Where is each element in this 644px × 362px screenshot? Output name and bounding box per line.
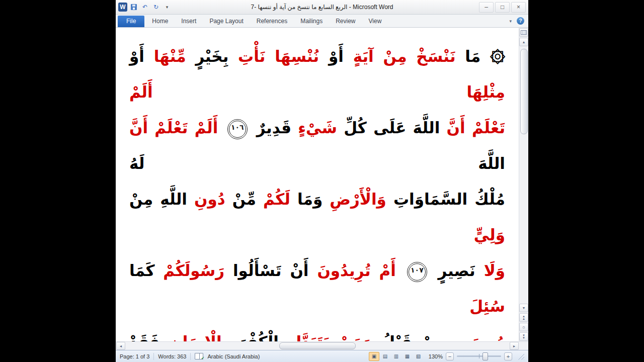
quran-word: وَمَا [297, 190, 323, 208]
scroll-right-button[interactable]: ▸ [510, 342, 519, 350]
zoom-in-button[interactable]: + [504, 352, 512, 360]
document-page[interactable]: ۞ مَا نَنْسَخْ مِنْ آيَةٍ أَوْ نُنْسِهَا… [116, 28, 519, 341]
quran-word: نَنْسَخْ مِنْ آيَةٍ [353, 47, 456, 65]
zoom-slider[interactable] [457, 355, 501, 357]
quran-word: وَمَنْ يَتَبَدَّلِ [288, 333, 372, 341]
window-title: الربع السابع ما ننسخ من آية أو ننسها -7 … [116, 4, 528, 11]
quran-word: بِالْإِيمَانِ [169, 333, 228, 341]
quran-word: أَلَمْ تَعْلَمْ أَنَّ [129, 119, 218, 137]
ribbon-collapse-icon[interactable]: ▾ [509, 19, 512, 24]
view-button-print-layout[interactable]: ▣ [369, 352, 379, 361]
language-indicator[interactable]: Arabic (Saudi Arabia) [207, 353, 260, 359]
letterbox-background: W ↶ ↻ ▾ الربع السابع ما ننسخ من آية أو ن… [0, 0, 644, 362]
double-chevron-down-icon: ▼▼ [522, 334, 525, 339]
view-button-draft[interactable]: ▧ [413, 352, 424, 361]
page-count[interactable]: Page: 1 of 3 [120, 353, 149, 359]
select-browse-object-button[interactable]: ○ [519, 323, 528, 331]
arrow-up-icon: ▴ [523, 40, 525, 44]
quran-word: لَكُمْ [263, 190, 290, 208]
tab-insert[interactable]: Insert [175, 16, 203, 27]
quran-word: بِخَيْرٍ [195, 47, 228, 65]
previous-page-button[interactable]: ▲▲ [519, 313, 528, 322]
divider [153, 353, 154, 360]
vertical-scroll-thumb[interactable] [520, 49, 528, 134]
zoom-out-button[interactable]: − [446, 352, 454, 360]
status-bar: Page: 1 of 3 Words: 363 Arabic (Saudi Ar… [116, 350, 528, 362]
scroll-down-button[interactable]: ▾ [519, 304, 528, 312]
quran-word: رَسُولَكُمْ [163, 261, 224, 280]
undo-icon: ↶ [142, 4, 147, 11]
help-icon[interactable]: ? [517, 17, 524, 25]
tab-file[interactable]: File [118, 16, 144, 27]
quran-word: أَنْ تَسْأَلُوا [233, 261, 309, 280]
quran-word: نَصِيرٍ [438, 261, 475, 280]
document-area: ۞ مَا نَنْسَخْ مِنْ آيَةٍ أَوْ نُنْسِهَا… [116, 28, 528, 341]
scrollbar-corner [519, 342, 528, 350]
undo-button[interactable]: ↶ [140, 3, 149, 12]
ribbon-right-controls: ▾ ? [509, 17, 524, 25]
tab-references[interactable]: References [250, 16, 294, 27]
quran-line: مُلْكُ السَّمَاوَاتِ وَالْأَرْضِ وَمَا ل… [129, 182, 505, 253]
tab-mailings[interactable]: Mailings [294, 16, 329, 27]
quran-word: اللَّهَ عَلَى كُلِّ [344, 119, 440, 137]
save-icon [131, 4, 137, 10]
redo-button[interactable]: ↻ [151, 3, 160, 12]
quran-word: أَوْ [129, 47, 144, 65]
zoom-slider-thumb[interactable] [482, 352, 488, 360]
spellcheck-icon[interactable] [195, 353, 203, 359]
quran-line: تَعْلَمْ أَنَّ اللَّهَ عَلَى كُلِّ شَيْء… [129, 110, 505, 182]
quran-word: مُوسَى [455, 333, 505, 341]
view-button-outline[interactable]: ▦ [402, 352, 413, 361]
vertical-scroll-track[interactable] [520, 47, 528, 303]
word-app-icon[interactable]: W [118, 3, 127, 12]
horizontal-scroll-track[interactable] [126, 342, 509, 349]
quran-word: أَوْ [329, 47, 344, 65]
ruler-toggle-button[interactable] [519, 28, 528, 37]
quick-access-toolbar: W ↶ ↻ ▾ [118, 3, 172, 12]
divider [190, 353, 191, 360]
zoom-level[interactable]: 130% [427, 353, 443, 359]
scroll-left-button[interactable]: ◂ [116, 342, 125, 350]
view-button-web-layout[interactable]: ▥ [391, 352, 401, 361]
quran-word: اللَّهِ مِنْ [129, 190, 187, 208]
maximize-button[interactable]: □ [495, 2, 510, 13]
tab-home[interactable]: Home [145, 16, 175, 27]
ribbon-tabs: FileHomeInsertPage LayoutReferencesMaili… [118, 16, 388, 27]
arrow-down-icon: ▾ [523, 306, 525, 310]
browse-object-icon: ○ [522, 325, 525, 330]
quran-word: تَعْلَمْ أَنَّ [447, 119, 505, 137]
ruler-icon [521, 30, 527, 35]
minimize-button[interactable]: – [479, 2, 494, 13]
vertical-scrollbar: ▴ ▾ ▲▲ ○ ▼▼ [519, 28, 528, 341]
status-bar-right: ▣▤▥▦▧ 130% − + [369, 352, 524, 361]
quran-word: كَمَا [129, 261, 154, 280]
save-button[interactable] [129, 3, 138, 12]
close-button[interactable]: × [511, 2, 526, 13]
arrow-right-icon: ▸ [513, 344, 515, 348]
quran-word: قَدِيرٌ [257, 119, 291, 137]
customize-qat-button[interactable]: ▾ [163, 3, 172, 12]
quran-word: شَيْءٍ [298, 119, 337, 137]
quran-word: دُونِ [194, 190, 225, 208]
quran-word: سُئِلَ [469, 297, 505, 315]
quran-word: فَقَدْ [129, 333, 160, 341]
chevron-down-icon: ▾ [166, 5, 169, 10]
tab-page-layout[interactable]: Page Layout [203, 16, 250, 27]
quran-word: وَالْأَرْضِ [330, 190, 386, 208]
tab-review[interactable]: Review [329, 16, 362, 27]
quran-word: مُلْكُ السَّمَاوَاتِ [393, 190, 505, 208]
ribbon-tab-bar: FileHomeInsertPage LayoutReferencesMaili… [116, 15, 528, 28]
resize-grip-icon[interactable] [517, 353, 524, 360]
tab-view[interactable]: View [362, 16, 388, 27]
scroll-up-button[interactable]: ▴ [519, 38, 528, 46]
quran-word: مِثْلِهَا [466, 83, 505, 101]
quran-word: نُنْسِهَا [275, 47, 319, 65]
double-chevron-up-icon: ▲▲ [522, 315, 525, 320]
word-count[interactable]: Words: 363 [158, 353, 186, 359]
horizontal-scroll-thumb[interactable] [279, 342, 356, 349]
word-window: W ↶ ↻ ▾ الربع السابع ما ننسخ من آية أو ن… [116, 0, 528, 362]
quran-line: مُوسَى مِنْ قَبْلُ وَمَنْ يَتَبَدَّلِ ال… [129, 324, 505, 341]
next-page-button[interactable]: ▼▼ [519, 332, 528, 341]
quran-word: ۞ مَا [465, 47, 505, 65]
view-button-full-screen-reading[interactable]: ▤ [380, 352, 390, 361]
